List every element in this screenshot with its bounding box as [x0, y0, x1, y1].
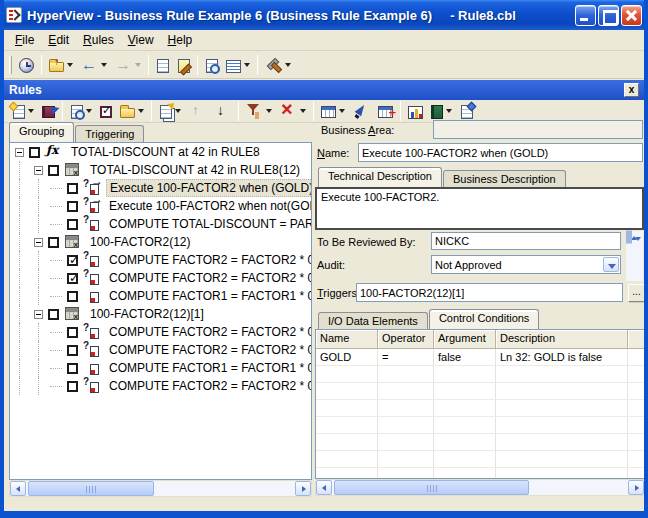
tab-control-conditions[interactable]: Control Conditions — [429, 309, 540, 329]
tree-checkbox[interactable] — [67, 183, 78, 194]
scroll-right-icon[interactable] — [628, 480, 644, 495]
attributes-vertical-scrollbar[interactable] — [626, 231, 643, 281]
dropdown-arrow-icon[interactable] — [339, 109, 345, 113]
triggers-field[interactable] — [356, 283, 623, 302]
scroll-track[interactable] — [26, 481, 295, 496]
dropdown-arrow-icon[interactable] — [135, 63, 141, 67]
tree-row[interactable]: COMPUTE FACTOR2 = FACTOR2 * 0.9 — [10, 323, 311, 341]
table-row[interactable] — [316, 417, 644, 434]
tree-checkbox[interactable] — [48, 165, 59, 176]
scroll-thumb[interactable] — [28, 481, 154, 496]
filter-button[interactable] — [242, 99, 276, 123]
scroll-thumb[interactable] — [334, 480, 529, 495]
move-down-button[interactable] — [210, 99, 235, 123]
scroll-right-icon[interactable] — [295, 481, 311, 496]
scroll-track[interactable] — [332, 480, 628, 495]
scroll-left-icon[interactable] — [316, 480, 332, 495]
collapse-icon[interactable] — [34, 238, 43, 247]
dropdown-arrow-icon[interactable] — [175, 109, 181, 113]
back-button[interactable] — [77, 53, 111, 77]
dropdown-arrow-icon[interactable] — [67, 63, 73, 67]
chevron-down-icon[interactable] — [603, 257, 619, 272]
delete-from-set-button[interactable] — [38, 99, 59, 123]
tree-checkbox[interactable] — [48, 309, 59, 320]
tree-row[interactable]: COMPUTE FACTOR2 = FACTOR2 * 0.7 — [10, 269, 311, 287]
close-button[interactable] — [621, 5, 642, 26]
menu-rules[interactable]: Rules — [76, 31, 121, 49]
name-field[interactable] — [358, 143, 643, 162]
business-area-field[interactable] — [433, 120, 643, 139]
table-row[interactable]: GOLD=falseLn 32: GOLD is false — [316, 349, 644, 366]
table-row[interactable] — [316, 366, 644, 383]
tree-checkbox[interactable] — [67, 363, 78, 374]
triggers-more-button[interactable]: ... — [628, 284, 645, 302]
reviewed-by-field[interactable] — [431, 232, 621, 250]
menu-file[interactable]: File — [8, 31, 41, 49]
scroll-left-icon[interactable] — [10, 481, 26, 496]
tree-horizontal-scrollbar[interactable] — [9, 480, 312, 497]
tree-row[interactable]: TOTAL-DISCOUNT at 42 in RULE8 — [10, 143, 311, 161]
column-header[interactable]: Name — [316, 330, 378, 349]
find-rule-button[interactable] — [66, 99, 96, 123]
tab-business-description[interactable]: Business Description — [443, 170, 566, 187]
tree-checkbox[interactable] — [67, 273, 78, 284]
tab-i-o-data-elements[interactable]: I/O Data Elements — [318, 312, 428, 329]
tab-grouping[interactable]: Grouping — [9, 122, 74, 142]
up-level-button[interactable] — [45, 53, 77, 77]
search-button[interactable] — [201, 53, 222, 77]
tree-checkbox[interactable] — [67, 345, 78, 356]
collapse-icon[interactable] — [15, 148, 24, 157]
column-header[interactable]: Argument — [434, 330, 496, 349]
menu-view[interactable]: View — [121, 31, 161, 49]
table-row[interactable] — [316, 400, 644, 417]
copy-button[interactable] — [155, 99, 185, 123]
collapse-icon[interactable] — [34, 166, 43, 175]
tree-row[interactable]: COMPUTE TOTAL-DISCOUNT = PART1 * — [10, 215, 311, 233]
table-row[interactable] — [316, 468, 644, 479]
scroll-up-icon[interactable] — [626, 230, 628, 244]
collapse-icon[interactable] — [34, 310, 43, 319]
hyperview-button[interactable] — [15, 53, 38, 77]
menu-help[interactable]: Help — [161, 31, 200, 49]
dropdown-arrow-icon[interactable] — [285, 63, 291, 67]
dropdown-arrow-icon[interactable] — [28, 109, 34, 113]
column-header[interactable] — [628, 330, 645, 349]
tree-row[interactable]: Execute 100-FACTOR2 when not(GOLD) — [10, 197, 311, 215]
tree-row[interactable]: COMPUTE FACTOR1 = FACTOR1 * 0.5 — [10, 287, 311, 305]
tab-technical-description[interactable]: Technical Description — [318, 167, 442, 187]
tree-checkbox[interactable] — [67, 219, 78, 230]
view-button[interactable] — [222, 53, 254, 77]
tree-checkbox[interactable] — [67, 255, 78, 266]
new-rule-button[interactable] — [8, 99, 38, 123]
move-up-button[interactable] — [185, 99, 210, 123]
dropdown-arrow-icon[interactable] — [300, 109, 306, 113]
column-header[interactable]: Operator — [378, 330, 434, 349]
scroll-down-icon[interactable] — [630, 230, 632, 244]
dropdown-arrow-icon[interactable] — [266, 109, 272, 113]
delete-button[interactable] — [276, 99, 310, 123]
audit-combobox[interactable]: Not Approved — [431, 255, 621, 274]
column-header[interactable]: Description — [496, 330, 628, 349]
minimize-button[interactable] — [575, 5, 596, 26]
dropdown-arrow-icon[interactable] — [244, 63, 250, 67]
tree-row[interactable]: 100-FACTOR2(12)[1] — [10, 305, 311, 323]
table-row[interactable] — [316, 383, 644, 400]
annotate-button[interactable] — [173, 53, 194, 77]
tree-checkbox[interactable] — [67, 381, 78, 392]
maximize-button[interactable] — [598, 5, 619, 26]
tree-checkbox[interactable] — [29, 147, 40, 158]
tree-row[interactable]: COMPUTE FACTOR2 = FACTOR2 * 0.95 — [10, 377, 311, 395]
table-horizontal-scrollbar[interactable] — [315, 479, 645, 496]
tools-button[interactable] — [261, 53, 295, 77]
tree-checkbox[interactable] — [48, 237, 59, 248]
tree-checkbox[interactable] — [67, 201, 78, 212]
tree-row[interactable]: COMPUTE FACTOR1 = FACTOR1 * 0.9 — [10, 359, 311, 377]
menu-edit[interactable]: Edit — [41, 31, 76, 49]
tree-row[interactable]: Execute 100-FACTOR2 when (GOLD) — [10, 179, 311, 197]
dropdown-arrow-icon[interactable] — [138, 109, 144, 113]
table-row[interactable] — [316, 434, 644, 451]
tree-checkbox[interactable] — [67, 291, 78, 302]
dropdown-arrow-icon[interactable] — [86, 109, 92, 113]
table-row[interactable] — [316, 451, 644, 468]
check-button[interactable] — [96, 99, 116, 123]
